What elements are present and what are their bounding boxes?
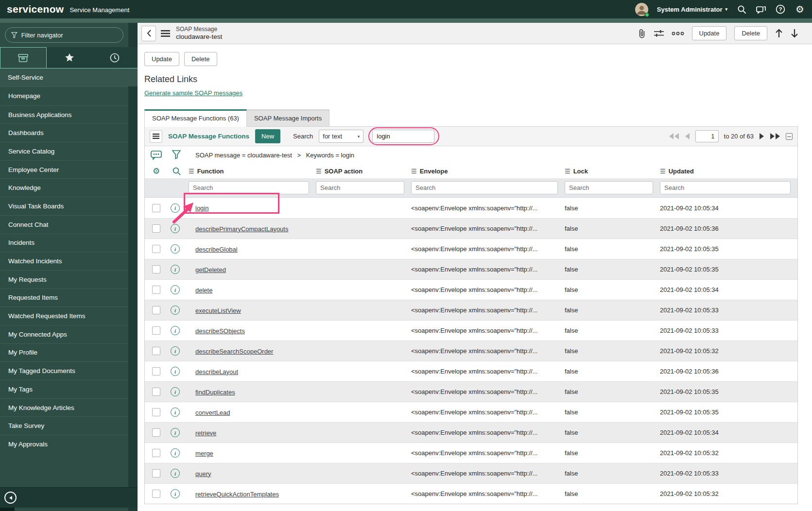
filter-funnel-icon[interactable] — [172, 150, 181, 160]
sidebar-nav-item[interactable]: Visual Task Boards — [0, 197, 138, 215]
user-menu[interactable]: System Administrator ▾ — [657, 6, 727, 13]
function-link[interactable]: retrieve — [195, 429, 216, 437]
sidebar-nav-item[interactable]: Watched Requested Items — [0, 307, 138, 325]
search-mode-select[interactable]: for text ▾ — [319, 130, 363, 143]
info-icon[interactable]: i — [171, 306, 180, 315]
function-link[interactable]: describeLayout — [195, 368, 238, 375]
updated-column-search[interactable] — [660, 181, 791, 194]
row-checkbox[interactable] — [152, 367, 160, 375]
row-checkbox[interactable] — [152, 224, 160, 233]
personalize-list-gear-icon[interactable]: ⚙ — [153, 167, 160, 175]
sidebar-nav-item[interactable]: Knowledge — [0, 178, 138, 197]
row-checkbox[interactable] — [152, 347, 160, 355]
filter-navigator[interactable] — [5, 27, 123, 43]
sidebar-nav-item[interactable]: Watched Incidents — [0, 252, 138, 270]
sidebar-nav-item[interactable]: Requested Items — [0, 289, 138, 307]
list-context-menu-button[interactable] — [150, 130, 162, 143]
connect-chat-icon[interactable] — [756, 4, 766, 15]
settings-gear-icon[interactable]: ⚙ — [795, 4, 805, 15]
sidebar-nav-item[interactable]: Homepage — [0, 87, 138, 105]
row-checkbox[interactable] — [152, 469, 160, 477]
function-link[interactable]: describePrimaryCompactLayouts — [195, 225, 288, 233]
column-header-updated[interactable]: ☰Updated — [660, 168, 797, 175]
breadcrumb-soap-message[interactable]: SOAP message = cloudaware-test — [195, 152, 292, 159]
row-checkbox[interactable] — [152, 428, 160, 437]
info-icon[interactable]: i — [171, 285, 180, 294]
function-link[interactable]: delete — [195, 287, 212, 294]
function-link[interactable]: getDeleted — [195, 266, 226, 273]
list-search-input[interactable] — [372, 130, 434, 143]
column-header-soap-action[interactable]: ☰SOAP action — [316, 168, 411, 175]
scroll-down-arrow-icon[interactable] — [791, 29, 798, 38]
function-link[interactable]: describeSearchScopeOrder — [195, 348, 273, 355]
info-icon[interactable]: i — [171, 326, 180, 335]
next-page-icon[interactable] — [759, 133, 764, 139]
list-chat-icon[interactable] — [151, 151, 162, 160]
column-header-lock[interactable]: ☰Lock — [565, 168, 660, 175]
sidebar-nav-item[interactable]: My Approvals — [0, 435, 138, 453]
row-checkbox[interactable] — [152, 306, 160, 314]
info-icon[interactable]: i — [171, 346, 180, 356]
column-header-envelope[interactable]: ☰Envelope — [411, 168, 565, 175]
scroll-up-arrow-icon[interactable] — [775, 29, 783, 38]
info-icon[interactable]: i — [171, 387, 180, 396]
sidebar-nav-item[interactable]: Dashboards — [0, 123, 138, 142]
function-link[interactable]: describeGlobal — [195, 246, 238, 253]
sidebar-nav-item[interactable]: My Tags — [0, 380, 138, 398]
row-checkbox[interactable] — [152, 326, 160, 335]
info-icon[interactable]: i — [171, 265, 180, 274]
envelope-column-search[interactable] — [411, 181, 558, 194]
info-icon[interactable]: i — [171, 244, 180, 254]
function-link[interactable]: login — [195, 204, 208, 212]
sidebar-nav-item[interactable]: My Profile — [0, 343, 138, 362]
info-icon[interactable]: i — [171, 428, 180, 437]
info-icon[interactable]: i — [171, 408, 180, 417]
column-search-toggle-icon[interactable] — [173, 167, 181, 175]
row-checkbox[interactable] — [152, 449, 160, 457]
back-button[interactable] — [141, 26, 156, 41]
row-checkbox[interactable] — [152, 245, 160, 253]
record-context-menu[interactable] — [161, 30, 170, 37]
tab-history[interactable] — [92, 47, 138, 68]
update-button[interactable]: Update — [144, 52, 179, 66]
tab-soap-message-imports[interactable]: SOAP Message Imports — [247, 109, 329, 127]
function-link[interactable]: findDuplicates — [195, 389, 235, 396]
filter-navigator-input[interactable] — [21, 32, 117, 39]
delete-button[interactable]: Delete — [184, 52, 217, 66]
info-icon[interactable]: i — [171, 367, 180, 376]
tab-soap-message-functions[interactable]: SOAP Message Functions (63) — [144, 109, 247, 127]
header-update-button[interactable]: Update — [692, 26, 727, 40]
sidebar-nav-item[interactable]: My Requests — [0, 270, 138, 289]
tab-favorites[interactable] — [47, 47, 92, 68]
previous-page-icon[interactable] — [685, 133, 690, 139]
tab-all-applications[interactable] — [0, 47, 47, 68]
row-checkbox[interactable] — [152, 388, 160, 396]
attachment-paperclip-icon[interactable] — [638, 29, 646, 38]
first-page-icon[interactable] — [669, 133, 679, 139]
column-header-function[interactable]: ☰Function — [189, 168, 316, 175]
sidebar-nav-item[interactable]: Incidents — [0, 234, 138, 252]
soap-action-column-search[interactable] — [316, 181, 404, 194]
sidebar-nav-item[interactable]: My Connected Apps — [0, 325, 138, 343]
sidebar-nav-item[interactable]: Service Catalog — [0, 142, 138, 160]
sidebar-nav-item[interactable]: Employee Center — [0, 160, 138, 179]
info-icon[interactable]: i — [171, 469, 180, 478]
help-icon[interactable]: ? — [775, 4, 786, 15]
page-number-input[interactable] — [695, 130, 719, 142]
sidebar-nav-item[interactable]: My Knowledge Articles — [0, 398, 138, 417]
more-options-icon[interactable] — [672, 32, 684, 35]
function-link[interactable]: describeSObjects — [195, 327, 245, 335]
info-icon[interactable]: i — [171, 448, 180, 458]
info-icon[interactable]: i — [171, 204, 180, 213]
global-search-icon[interactable] — [736, 4, 747, 15]
row-checkbox[interactable] — [152, 408, 160, 416]
row-checkbox[interactable] — [152, 490, 160, 498]
lock-column-search[interactable] — [565, 181, 653, 194]
function-link[interactable]: retrieveQuickActionTemplates — [195, 491, 279, 498]
function-link[interactable]: convertLead — [195, 409, 230, 416]
generate-sample-soap-link[interactable]: Generate sample SOAP messages — [144, 89, 242, 97]
nav-section-self-service[interactable]: Self-Service — [0, 68, 138, 86]
sidebar-nav-item[interactable]: Business Applications — [0, 105, 138, 124]
row-checkbox[interactable] — [152, 265, 160, 273]
row-checkbox[interactable] — [152, 204, 160, 212]
